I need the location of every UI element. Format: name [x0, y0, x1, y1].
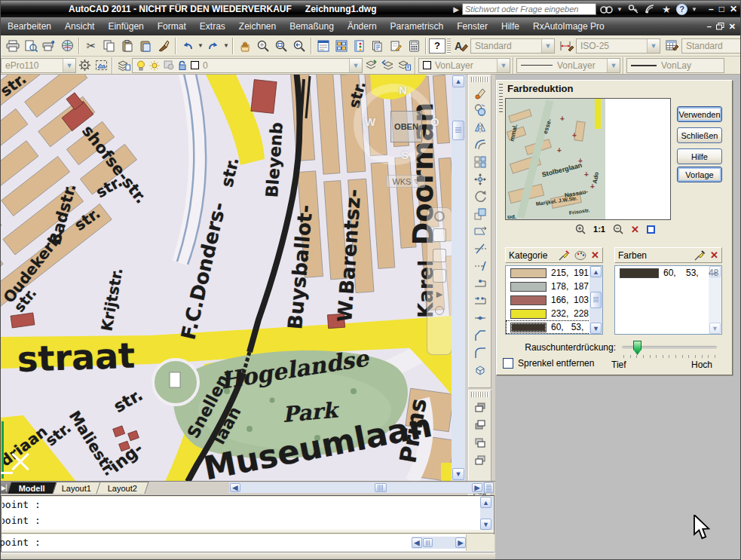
- kategorie-scrollbar[interactable]: ▲ ▼: [589, 266, 602, 334]
- tab-modell[interactable]: Modell: [7, 482, 57, 494]
- zoom-in-icon[interactable]: [575, 224, 586, 234]
- category-item[interactable]: 215, 191, 155: [506, 266, 602, 280]
- palette-icon[interactable]: [574, 250, 586, 260]
- linetype-combo[interactable]: VonLayer▼: [516, 58, 620, 73]
- vscroll-thumb[interactable]: [452, 121, 464, 140]
- kategorie-list[interactable]: 215, 191, 155 178, 187, 182 166, 103, 98…: [505, 265, 603, 335]
- layer-previous-icon[interactable]: [379, 58, 396, 73]
- menu-extras[interactable]: Extras: [193, 19, 232, 34]
- scroll-left-icon[interactable]: ◀: [412, 537, 422, 548]
- scroll-left-icon[interactable]: ◀: [230, 483, 240, 492]
- properties-palette-icon[interactable]: [314, 37, 332, 55]
- scroll-down-icon[interactable]: ▼: [452, 468, 464, 480]
- settings-gear-icon[interactable]: [76, 58, 93, 73]
- zoom-previous-icon[interactable]: [290, 37, 308, 55]
- menu-hilfe[interactable]: Hilfe: [495, 19, 526, 34]
- delete-category-icon[interactable]: ✕: [591, 249, 599, 261]
- preview-button[interactable]: [22, 37, 40, 55]
- zoom-window-icon[interactable]: [272, 37, 290, 55]
- break-button[interactable]: [469, 292, 491, 309]
- layer-unlock-icon[interactable]: [178, 60, 187, 71]
- slider-thumb[interactable]: [633, 341, 641, 355]
- menu-ansicht[interactable]: Ansicht: [58, 19, 101, 34]
- viewcube-east[interactable]: O: [430, 115, 439, 128]
- delete-color-icon[interactable]: ✕: [710, 249, 718, 261]
- category-item-selected[interactable]: 60, 53, 43: [506, 320, 602, 334]
- showmotion-icon[interactable]: ▶: [436, 289, 442, 299]
- quickcalc-calculator-icon[interactable]: [405, 37, 423, 55]
- redo-button[interactable]: [204, 37, 222, 55]
- category-item[interactable]: 166, 103, 98: [506, 293, 602, 307]
- rotate-button[interactable]: [469, 188, 491, 205]
- paste-special-button[interactable]: [136, 37, 155, 55]
- maximize-button[interactable]: □: [719, 4, 724, 14]
- scale-button[interactable]: [469, 205, 491, 222]
- menu-format[interactable]: Format: [151, 19, 193, 34]
- communication-center-icon[interactable]: [643, 3, 657, 15]
- verwenden-button[interactable]: Verwenden: [677, 106, 722, 122]
- stretch-button[interactable]: [469, 222, 491, 240]
- rxautoimage-combo[interactable]: ePro110▼: [1, 58, 76, 73]
- publish-globe-icon[interactable]: [58, 37, 76, 55]
- scroll-right-icon[interactable]: ▶: [472, 483, 482, 492]
- layer-properties-icon[interactable]: [115, 58, 132, 73]
- sheetset-manager-icon[interactable]: [369, 37, 387, 55]
- minimize-button[interactable]: –: [709, 4, 714, 14]
- layer-combo[interactable]: 0 ▼: [132, 58, 363, 73]
- command-hscrollbar[interactable]: ◀ ▶: [412, 537, 466, 549]
- designcenter-icon[interactable]: [332, 37, 351, 55]
- category-item[interactable]: 178, 187, 182: [506, 280, 602, 293]
- panel-grip[interactable]: [499, 84, 503, 112]
- command-history[interactable]: point : point :: [2, 497, 481, 530]
- print-button[interactable]: [4, 37, 22, 55]
- pick-category-pipette-icon[interactable]: [559, 250, 570, 261]
- viewcube-west[interactable]: W: [365, 115, 375, 128]
- color-preview-box[interactable]: + + + + + + Stolberglaan Nassau- Marijke…: [505, 98, 671, 220]
- offset-button[interactable]: [469, 136, 491, 153]
- undo-button[interactable]: [179, 37, 197, 55]
- array-button[interactable]: [469, 153, 491, 170]
- zoom-realtime-icon[interactable]: [254, 37, 272, 55]
- scroll-down-icon[interactable]: ▼: [590, 323, 602, 334]
- toolbar-grip[interactable]: [471, 392, 488, 397]
- join-button[interactable]: [469, 309, 491, 326]
- pane-splitter-button[interactable]: [484, 482, 494, 493]
- bring-to-front-button[interactable]: [469, 399, 491, 416]
- scroll-right-icon[interactable]: ▶: [455, 537, 466, 548]
- undo-dropdown-icon[interactable]: ▼: [197, 37, 204, 55]
- command-input-line[interactable]: point : ◀ ▶: [2, 534, 495, 552]
- viewcube-north[interactable]: N: [399, 84, 407, 96]
- delete-selection-icon[interactable]: ✕: [631, 224, 639, 235]
- menu-bearbeiten[interactable]: Bearbeiten: [1, 19, 58, 34]
- favorites-star-icon[interactable]: ★: [660, 3, 673, 15]
- zoom-out-icon[interactable]: [613, 224, 623, 234]
- help-dropdown-icon[interactable]: ▼: [690, 0, 698, 18]
- sprenkel-checkbox[interactable]: [503, 358, 513, 369]
- navigation-bar[interactable]: ▶: [427, 207, 452, 355]
- layer-vp-freeze-icon[interactable]: [164, 60, 174, 70]
- menu-zeichnen[interactable]: Zeichnen: [232, 19, 283, 34]
- search-binoculars-icon[interactable]: [599, 3, 613, 15]
- category-item[interactable]: 232, 228, 43: [506, 307, 602, 320]
- copy-button[interactable]: [100, 37, 118, 55]
- copy-button[interactable]: [469, 101, 491, 118]
- layer-states-icon[interactable]: [396, 58, 412, 73]
- redo-dropdown-icon[interactable]: ▼: [222, 37, 230, 55]
- menu-einfuegen[interactable]: Einfügen: [101, 19, 150, 34]
- pan-hand-icon[interactable]: [236, 37, 254, 55]
- color-item[interactable]: 60, 53, 43: [615, 266, 721, 280]
- paste-button[interactable]: [118, 37, 136, 55]
- tool-palettes-icon[interactable]: [351, 37, 369, 55]
- color-combo[interactable]: VonLayer▼: [418, 58, 510, 73]
- viewcube-top-face[interactable]: OBEN: [390, 111, 422, 142]
- scroll-up-icon[interactable]: ▲: [590, 266, 602, 277]
- text-style-icon[interactable]: A: [452, 37, 470, 55]
- scroll-down-icon[interactable]: ▼: [709, 323, 721, 334]
- lineweight-combo[interactable]: VonLay: [626, 58, 724, 73]
- match-properties-brush-icon[interactable]: [155, 37, 173, 55]
- trim-button[interactable]: [469, 240, 491, 257]
- cut-icon[interactable]: ✂: [82, 37, 100, 55]
- scroll-up-icon[interactable]: ▲: [709, 266, 721, 277]
- menu-fenster[interactable]: Fenster: [450, 19, 495, 34]
- toolbar-grip[interactable]: [471, 77, 488, 82]
